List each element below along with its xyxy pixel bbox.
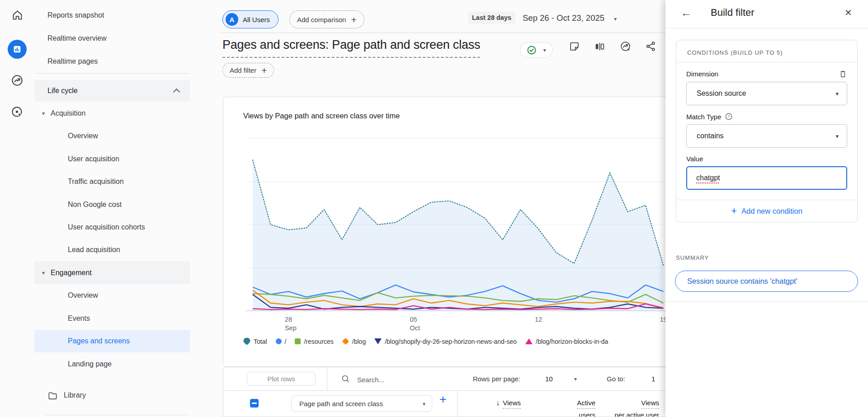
go-to-input[interactable]: 1	[651, 367, 655, 390]
legend-label: /	[285, 338, 287, 345]
nav-user-acquisition[interactable]: User acquisition	[34, 148, 190, 170]
column-header-active-users[interactable]: Active users	[550, 399, 595, 417]
explore-icon[interactable]	[0, 74, 34, 87]
caret-down-icon[interactable]: ▾	[574, 376, 577, 382]
add-new-condition-button[interactable]: + Add new condition	[676, 200, 857, 222]
legend-item-blog[interactable]: /blog	[342, 338, 366, 345]
x-axis-tick: 05Oct	[410, 315, 420, 333]
conditions-header: CONDITIONS (BUILD UP TO 5)	[676, 40, 857, 62]
add-filter-button[interactable]: Add filter +	[222, 63, 274, 78]
table-card: Plot rows Rows per page: 10 ▾ Go to: 1 P…	[223, 367, 693, 417]
nav-realtime-overview[interactable]: Realtime overview	[34, 27, 190, 50]
nav-label: Realtime pages	[47, 57, 98, 66]
nav-collection-life-cycle[interactable]: Life cycle	[34, 80, 190, 102]
help-icon[interactable]: ?	[725, 112, 733, 121]
add-new-condition-label: Add new condition	[741, 207, 802, 216]
caret-down-icon: ▾	[543, 47, 546, 53]
x-axis-tick: 28Sep	[285, 315, 297, 333]
chevron-up-icon[interactable]	[173, 89, 180, 96]
rows-per-page-select[interactable]: 10	[545, 367, 553, 390]
insights-icon[interactable]	[620, 41, 632, 52]
nav-events[interactable]: Events	[34, 307, 190, 330]
nav-lead-acquisition[interactable]: Lead acquisition	[34, 239, 190, 261]
column-header-views[interactable]: ↓Views	[476, 399, 521, 412]
plus-icon: +	[731, 205, 737, 217]
caret-down-icon[interactable]: ▾	[42, 270, 45, 276]
chart-card: Views by Page path and screen class over…	[223, 97, 693, 367]
legend-item-root[interactable]: /	[276, 338, 287, 345]
caret-down-icon[interactable]: ▾	[42, 110, 45, 117]
nav-library[interactable]: Library	[34, 384, 190, 407]
svg-text:?: ?	[728, 114, 730, 119]
triangle-up-marker-icon	[525, 338, 533, 344]
reports-icon[interactable]	[0, 40, 34, 59]
legend-label: Total	[254, 338, 267, 345]
edit-comparisons-icon[interactable]	[594, 41, 606, 52]
add-comparison-button[interactable]: Add comparison +	[289, 10, 364, 28]
value-input[interactable]: chatgpt	[686, 166, 847, 190]
back-arrow-icon[interactable]: ←	[681, 6, 692, 19]
match-type-label: Match Type	[686, 113, 721, 121]
sort-descending-icon: ↓	[496, 399, 500, 407]
check-circle-icon	[527, 45, 537, 55]
value-label: Value	[686, 155, 703, 163]
diamond-marker-icon	[342, 338, 349, 345]
nav-non-google-cost[interactable]: Non Google cost	[34, 193, 190, 216]
nav-user-acquisition-cohorts[interactable]: User acquisition cohorts	[34, 216, 190, 239]
legend-item-total[interactable]: Total	[243, 337, 267, 345]
add-filter-label: Add filter	[230, 66, 256, 74]
nav-section-acquisition[interactable]: ▾ Acquisition	[34, 102, 190, 125]
share-icon[interactable]	[645, 41, 657, 52]
chart-legend: Total / /resources /blog /blog/shopify-d…	[243, 337, 691, 345]
nav-label: Reports snapshot	[47, 11, 104, 19]
column-header-views-per-user[interactable]: Views per active user	[614, 399, 659, 417]
plot-rows-button[interactable]: Plot rows	[247, 372, 316, 386]
dimension-select[interactable]: Session source ▾	[686, 82, 847, 105]
nav-pages-and-screens[interactable]: Pages and screens	[34, 330, 190, 352]
plus-icon: +	[261, 66, 267, 75]
nav-acq-overview[interactable]: Overview	[34, 125, 190, 147]
line-chart[interactable]	[246, 131, 670, 311]
panel-title: Build filter	[711, 7, 755, 19]
add-dimension-button[interactable]: +	[439, 394, 447, 406]
match-type-select[interactable]: contains ▾	[686, 124, 847, 148]
nav-label: Events	[68, 314, 90, 323]
close-icon[interactable]: ✕	[844, 7, 852, 18]
nav-landing-page[interactable]: Landing page	[34, 353, 190, 375]
card-divider	[676, 62, 857, 62]
caret-down-icon: ▾	[423, 401, 425, 407]
date-range-picker[interactable]: Sep 26 - Oct 23, 2025 ▾	[523, 10, 617, 26]
dimension-selector[interactable]: Page path and screen class ▾	[291, 395, 432, 412]
legend-item-blog-shopify[interactable]: /blog/shopify-diy-26-sep-horizon-news-an…	[374, 338, 517, 345]
build-filter-panel: ← Build filter ✕ CONDITIONS (BUILD UP TO…	[665, 0, 868, 417]
toolbar-divider	[327, 367, 327, 390]
nav-eng-overview[interactable]: Overview	[34, 284, 190, 307]
dimension-selector-label: Page path and screen class	[299, 400, 383, 408]
nav-label: Lead acquisition	[68, 246, 120, 254]
note-icon[interactable]	[569, 41, 580, 52]
nav-realtime-pages[interactable]: Realtime pages	[34, 50, 190, 73]
dimension-label: Dimension	[686, 70, 718, 78]
column-label: Views	[503, 399, 521, 409]
nav-reports-snapshot[interactable]: Reports snapshot	[34, 4, 190, 27]
home-icon[interactable]	[0, 9, 34, 21]
legend-label: /blog/shopify-diy-26-sep-horizon-news-an…	[385, 338, 517, 345]
segment-all-users-chip[interactable]: A All Users	[222, 10, 278, 28]
legend-item-resources[interactable]: /resources	[295, 338, 333, 345]
segment-avatar: A	[226, 13, 238, 26]
advertising-icon[interactable]	[0, 106, 34, 118]
table-search-input[interactable]	[356, 373, 448, 386]
nav-label: Overview	[68, 291, 98, 300]
section-label: Acquisition	[51, 109, 85, 117]
trash-icon[interactable]	[839, 70, 847, 78]
legend-item-blog-horizon[interactable]: /blog/horizon-blocks-in-da	[525, 338, 608, 345]
nav-traffic-acquisition[interactable]: Traffic acquisition	[34, 170, 190, 193]
page-title[interactable]: Pages and screens: Page path and screen …	[222, 38, 480, 58]
nav-label: Traffic acquisition	[68, 178, 124, 186]
nav-section-engagement[interactable]: ▾ Engagement	[34, 261, 190, 284]
filter-summary-chip[interactable]: Session source contains 'chatgpt'	[675, 271, 858, 292]
nav-label: Landing page	[68, 360, 112, 368]
select-all-checkbox[interactable]	[250, 399, 259, 408]
data-quality-badge[interactable]: ▾	[520, 42, 553, 58]
rows-per-page-label: Rows per page:	[473, 367, 520, 390]
